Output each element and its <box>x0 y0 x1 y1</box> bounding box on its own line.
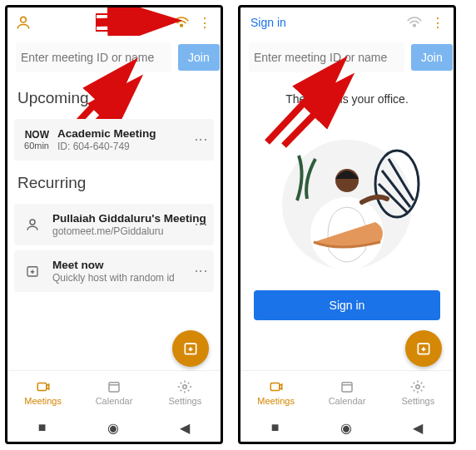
recurring-sub: gotomeet.me/PGiddaluru <box>52 225 206 237</box>
svg-rect-10 <box>109 382 119 391</box>
svg-point-6 <box>30 220 35 225</box>
recurring-card[interactable]: Pullaiah Giddaluru's Meeting gotomeet.me… <box>14 204 214 245</box>
speed-test-icon[interactable] <box>405 13 424 32</box>
new-meeting-fab[interactable] <box>405 330 442 367</box>
svg-rect-20 <box>270 383 280 390</box>
content: Upcoming NOW 60min Academic Meeting ID: … <box>7 81 221 370</box>
nav-back-icon[interactable]: ◀ <box>413 420 423 436</box>
recurring-card[interactable]: Meet now Quickly host with random id ⋮ <box>14 250 214 292</box>
account-icon[interactable] <box>14 13 32 32</box>
svg-point-22 <box>416 384 420 388</box>
tab-label: Settings <box>168 396 201 406</box>
tab-meetings[interactable]: Meetings <box>7 371 78 413</box>
content: The world is your office. Sign in <box>240 81 454 370</box>
tab-meetings[interactable]: Meetings <box>240 371 311 413</box>
nav-home-icon[interactable]: ◉ <box>340 420 352 436</box>
meeting-id-input[interactable] <box>16 42 171 72</box>
left-phone: ⋮ Join Upcoming NOW 60min Academic Meeti… <box>5 5 223 444</box>
system-nav: ■ ◉ ◀ <box>240 413 454 442</box>
meeting-id-label: ID: 604-640-749 <box>57 141 156 152</box>
nav-back-icon[interactable]: ◀ <box>180 420 190 436</box>
tab-label: Calendar <box>329 396 366 406</box>
system-nav: ■ ◉ ◀ <box>7 413 221 442</box>
tab-label: Calendar <box>96 396 133 406</box>
speed-test-icon[interactable] <box>172 13 191 32</box>
recurring-title: Meet now <box>52 259 175 271</box>
svg-point-5 <box>181 24 183 27</box>
bottom-tabs: Meetings Calendar Settings <box>240 370 454 413</box>
sign-in-link[interactable]: Sign in <box>247 16 286 29</box>
sign-in-button[interactable]: Sign in <box>254 290 440 320</box>
nav-recent-icon[interactable]: ■ <box>38 420 47 435</box>
meeting-id-input[interactable] <box>249 42 404 72</box>
duration-label: 60min <box>21 141 49 151</box>
recurring-title: Pullaiah Giddaluru's Meeting <box>52 212 206 225</box>
overflow-menu-icon[interactable]: ⋮ <box>196 13 214 32</box>
tab-calendar[interactable]: Calendar <box>78 371 149 413</box>
search-row: Join <box>7 37 221 81</box>
card-overflow-icon[interactable]: ⋮ <box>193 265 209 278</box>
join-button[interactable]: Join <box>411 44 453 71</box>
person-icon <box>21 217 44 232</box>
instant-meet-icon <box>21 264 44 279</box>
tab-settings[interactable]: Settings <box>383 371 454 413</box>
nav-recent-icon[interactable]: ■ <box>271 420 280 435</box>
right-phone: Sign in ⋮ Join The world is your office. <box>238 5 456 444</box>
hero-illustration <box>264 126 430 275</box>
tab-label: Settings <box>401 396 434 406</box>
nav-home-icon[interactable]: ◉ <box>107 420 119 436</box>
tab-label: Meetings <box>24 396 62 406</box>
svg-point-11 <box>183 384 187 388</box>
card-overflow-icon[interactable]: ⋮ <box>193 133 209 146</box>
tab-settings[interactable]: Settings <box>150 371 221 413</box>
bottom-tabs: Meetings Calendar Settings <box>7 370 221 413</box>
overflow-menu-icon[interactable]: ⋮ <box>429 13 447 32</box>
svg-point-14 <box>414 24 416 27</box>
top-bar: ⋮ <box>7 7 221 37</box>
tab-calendar[interactable]: Calendar <box>311 371 382 413</box>
hero-text: The world is your office. <box>245 81 449 106</box>
tab-label: Meetings <box>257 396 295 406</box>
svg-rect-21 <box>342 382 352 391</box>
new-meeting-fab[interactable] <box>172 330 209 367</box>
meeting-title: Academic Meeting <box>57 127 156 140</box>
recurring-sub: Quickly host with random id <box>52 272 175 284</box>
recurring-header: Recurring <box>12 166 216 199</box>
card-overflow-icon[interactable]: ⋮ <box>193 218 209 231</box>
svg-point-4 <box>21 17 27 22</box>
search-row: Join <box>240 37 454 81</box>
upcoming-header: Upcoming <box>12 81 216 114</box>
join-button[interactable]: Join <box>178 44 220 71</box>
svg-rect-9 <box>37 383 47 390</box>
top-bar: Sign in ⋮ <box>240 7 454 37</box>
upcoming-meeting-card[interactable]: NOW 60min Academic Meeting ID: 604-640-7… <box>14 119 214 161</box>
when-badge: NOW <box>21 129 49 141</box>
